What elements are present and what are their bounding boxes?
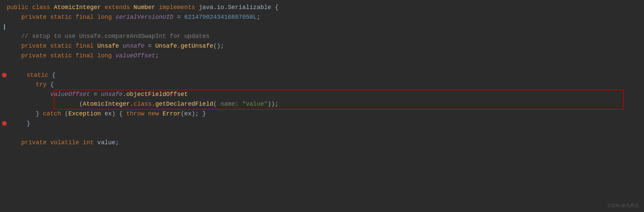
code-line-14 <box>0 128 644 138</box>
line-9-content: try { <box>7 80 54 90</box>
line-7-content <box>7 61 10 70</box>
highlighted-block: valueOffset = unsafe.objectFieldOffset (… <box>0 90 644 109</box>
line-2-content: private static final long serialVersionU… <box>7 12 260 22</box>
code-line-2: private static final long serialVersionU… <box>0 12 644 22</box>
code-line-3 <box>0 22 644 32</box>
line-15-content: private volatile int value; <box>7 138 119 148</box>
line-14-content <box>7 128 10 138</box>
line-6-content: private static final long valueOffset; <box>7 51 159 61</box>
code-line-13: } <box>0 119 644 128</box>
line-5-content: private static final Unsafe unsafe = Uns… <box>7 41 224 51</box>
code-line-15: private volatile int value; <box>0 138 644 148</box>
code-line-11: (AtomicInteger.class.getDeclaredField( n… <box>0 99 644 109</box>
code-line-6: private static final long valueOffset; <box>0 51 644 61</box>
code-line-12: } catch (Exception ex) { throw new Error… <box>0 109 644 119</box>
line-4-content: // setup to use Unsafe.compareAndSwapInt… <box>7 32 210 41</box>
line-1-content: public class AtomicInteger extends Numbe… <box>7 3 278 12</box>
line-12-content: } catch (Exception ex) { throw new Error… <box>7 109 206 119</box>
code-line-8: static { <box>0 70 644 80</box>
watermark: CSDN @九师兄 <box>607 202 639 209</box>
code-line-5: private static final Unsafe unsafe = Uns… <box>0 41 644 51</box>
line-13-content: } <box>12 119 30 128</box>
code-line-1: public class AtomicInteger extends Numbe… <box>0 3 644 12</box>
line-10-content: valueOffset = unsafe.objectFieldOffset <box>7 90 188 99</box>
line-11-content: (AtomicInteger.class.getDeclaredField( n… <box>7 99 278 109</box>
code-line-7 <box>0 61 644 70</box>
code-line-4: // setup to use Unsafe.compareAndSwapInt… <box>0 32 644 41</box>
code-line-9: try { <box>0 80 644 90</box>
line-8-content: static { <box>12 70 56 80</box>
line-3-content <box>7 22 10 32</box>
code-line-10: valueOffset = unsafe.objectFieldOffset <box>0 90 644 99</box>
code-editor: public class AtomicInteger extends Numbe… <box>0 0 644 150</box>
